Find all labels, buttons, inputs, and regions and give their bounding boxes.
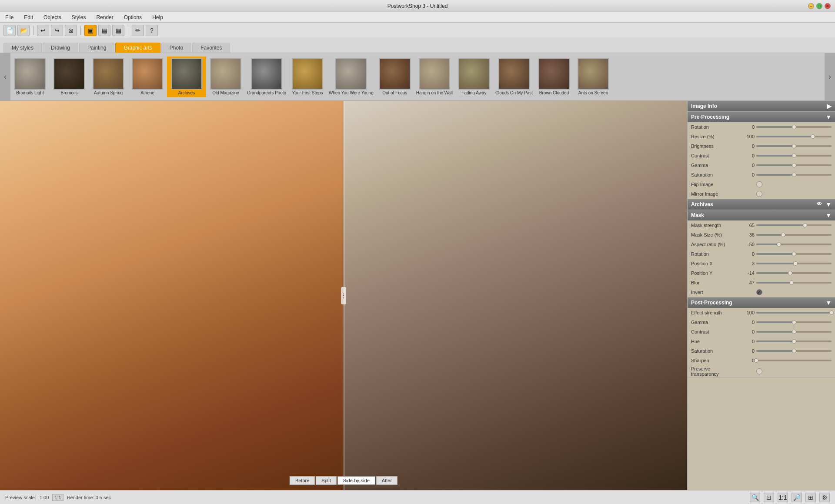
redo-button[interactable]: ↪ — [51, 25, 63, 36]
mask-pos-y-slider[interactable] — [756, 272, 832, 274]
maximize-button[interactable]: □ — [816, 3, 822, 9]
window-controls[interactable]: – □ ✕ — [808, 3, 831, 9]
menu-objects[interactable]: Objects — [42, 13, 63, 21]
pre-brightness-thumb[interactable] — [792, 144, 796, 148]
filter-when-you-were-young[interactable]: When You Were Young — [327, 57, 375, 97]
close-button[interactable]: ✕ — [825, 3, 831, 9]
view-split-button[interactable]: ▤ — [98, 25, 110, 36]
post-preserve-checkbox[interactable] — [756, 368, 762, 374]
pre-resize-slider[interactable] — [756, 136, 832, 137]
pre-rotation-slider[interactable] — [756, 126, 832, 128]
filter-archives[interactable]: Archives — [167, 57, 206, 97]
pre-mirror-checkbox[interactable] — [756, 191, 762, 197]
mask-invert-checkbox[interactable]: ✓ — [756, 289, 762, 295]
pre-processing-collapse-icon[interactable]: ▼ — [825, 113, 832, 120]
view-split-button[interactable]: Split — [316, 476, 336, 485]
post-contrast-slider[interactable] — [756, 331, 832, 333]
filter-ants-on-screen[interactable]: Ants on Screen — [574, 57, 613, 97]
post-contrast-thumb[interactable] — [792, 330, 796, 334]
post-processing-collapse-icon[interactable]: ▼ — [825, 299, 832, 306]
filter-athene[interactable]: Athene — [128, 57, 167, 97]
image-info-header[interactable]: Image Info ▶ — [688, 101, 835, 111]
help-button[interactable]: ? — [146, 25, 158, 36]
mask-collapse-icon[interactable]: ▼ — [825, 212, 832, 219]
post-gamma-slider[interactable] — [756, 321, 832, 323]
post-hue-thumb[interactable] — [792, 339, 796, 344]
mask-size-thumb[interactable] — [781, 233, 785, 237]
tab-favorites[interactable]: Favorites — [192, 43, 230, 53]
post-processing-header[interactable]: Post-Processing ▼ — [688, 297, 835, 308]
menu-render[interactable]: Render — [94, 13, 115, 21]
tab-painting[interactable]: Painting — [79, 43, 114, 53]
mask-blur-slider[interactable] — [756, 282, 832, 284]
view-before-button[interactable]: Before — [290, 476, 315, 485]
filter-your-first-steps[interactable]: Your First Steps — [288, 57, 327, 97]
open-button[interactable]: 📂 — [17, 25, 30, 36]
filter-fading-away[interactable]: Fading Away — [454, 57, 494, 97]
filter-bromoils[interactable]: Bromoils — [50, 57, 89, 97]
post-saturation-slider[interactable] — [756, 350, 832, 352]
tab-my-styles[interactable]: My styles — [3, 43, 42, 53]
view-single-button[interactable]: ▣ — [84, 25, 97, 36]
mask-aspect-slider[interactable] — [756, 244, 832, 245]
pre-resize-thumb[interactable] — [811, 134, 815, 139]
filter-out-of-focus[interactable]: Out of Focus — [375, 57, 414, 97]
filter-old-magazine[interactable]: Old Magazine — [206, 57, 245, 97]
filter-clouds-on-my-past[interactable]: Clouds On My Past — [494, 57, 534, 97]
menu-options[interactable]: Options — [122, 13, 144, 21]
menu-edit[interactable]: Edit — [22, 13, 35, 21]
archives-eye-icon[interactable]: 👁 — [817, 201, 822, 208]
mask-pos-y-thumb[interactable] — [788, 271, 792, 275]
zoom-window-button[interactable]: ⊞ — [805, 493, 816, 502]
settings-button[interactable]: ⚙ — [819, 493, 830, 502]
view-after-button[interactable]: After — [376, 476, 397, 485]
archives-collapse-icon[interactable]: ▼ — [825, 201, 832, 208]
tab-drawing[interactable]: Drawing — [43, 43, 78, 53]
tab-graphic-arts[interactable]: Graphic arts — [115, 43, 160, 53]
split-handle[interactable]: ⋮ — [341, 287, 346, 304]
new-button[interactable]: 📄 — [3, 25, 16, 36]
mask-header[interactable]: Mask ▼ — [688, 210, 835, 220]
image-info-collapse-icon[interactable]: ▶ — [827, 103, 832, 110]
tab-photo[interactable]: Photo — [161, 43, 191, 53]
mask-rotation-thumb[interactable] — [792, 252, 796, 256]
filter-autumn-spring[interactable]: Autumn Spring — [89, 57, 128, 97]
pre-flip-checkbox[interactable] — [756, 181, 762, 187]
menu-styles[interactable]: Styles — [70, 13, 88, 21]
filter-brown-clouded[interactable]: Brown Clouded — [534, 57, 574, 97]
post-hue-slider[interactable] — [756, 340, 832, 342]
menu-help[interactable]: Help — [150, 13, 165, 21]
mask-aspect-thumb[interactable] — [777, 242, 781, 247]
post-saturation-thumb[interactable] — [792, 349, 796, 353]
filter-hangin-on-the-wall[interactable]: Hangin on the Wall — [414, 57, 454, 97]
zoom-in-button[interactable]: 🔎 — [792, 493, 802, 502]
pencil-button[interactable]: ✏ — [132, 25, 144, 36]
pre-saturation-slider[interactable] — [756, 174, 832, 176]
pre-saturation-thumb[interactable] — [792, 173, 796, 177]
mask-pos-x-slider[interactable] — [756, 263, 832, 264]
pre-contrast-thumb[interactable] — [792, 154, 796, 158]
post-sharpen-slider[interactable] — [756, 360, 832, 361]
strip-next-button[interactable]: › — [825, 53, 835, 100]
filter-bromoils-light[interactable]: Bromoils Light — [10, 57, 50, 97]
view-side-by-side-button[interactable]: Side-by-side — [337, 476, 375, 485]
archives-header[interactable]: Archives 👁 ▼ — [688, 199, 835, 210]
mask-strength-slider[interactable] — [756, 224, 832, 226]
pre-brightness-slider[interactable] — [756, 145, 832, 147]
minimize-button[interactable]: – — [808, 3, 814, 9]
strip-prev-button[interactable]: ‹ — [0, 53, 10, 100]
pre-processing-header[interactable]: Pre-Processing ▼ — [688, 112, 835, 122]
mask-blur-thumb[interactable] — [789, 280, 794, 285]
zoom-fit-button[interactable]: ⊡ — [764, 493, 774, 502]
mask-strength-thumb[interactable] — [803, 223, 807, 227]
zoom-out-button[interactable]: 🔍 — [750, 493, 760, 502]
undo-button[interactable]: ↩ — [37, 25, 49, 36]
mask-size-slider[interactable] — [756, 234, 832, 236]
filter-grandparents-photo[interactable]: Grandparents Photo — [245, 57, 288, 97]
post-gamma-thumb[interactable] — [792, 320, 796, 324]
post-sharpen-thumb[interactable] — [754, 358, 758, 363]
pre-gamma-slider[interactable] — [756, 164, 832, 166]
pre-rotation-thumb[interactable] — [792, 125, 796, 129]
pre-contrast-slider[interactable] — [756, 155, 832, 157]
zoom-100-button[interactable]: 1:1 — [778, 493, 788, 502]
